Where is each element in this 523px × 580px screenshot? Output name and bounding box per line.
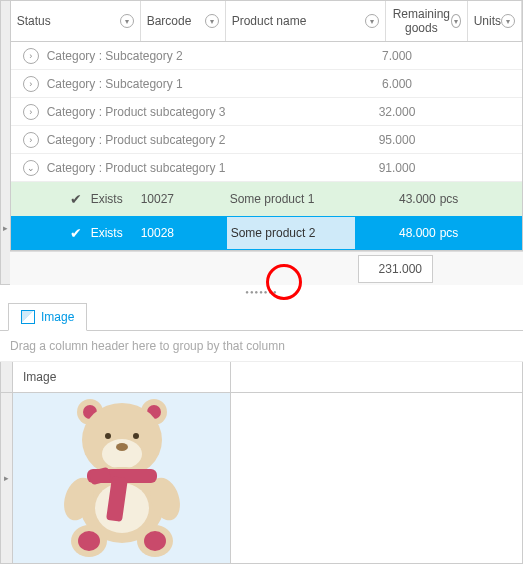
- grand-total: 231.000: [358, 255, 433, 283]
- main-grid: Status▾ Barcode▾ Product name▾ Remaining…: [10, 0, 523, 251]
- group-label: Category : Product subcategory 3: [47, 105, 332, 119]
- chevron-right-icon[interactable]: ›: [23, 132, 39, 148]
- product-image-teddy-bear: [47, 399, 197, 557]
- col-header-units[interactable]: Units▾: [468, 1, 522, 41]
- filter-icon[interactable]: ▾: [501, 14, 515, 28]
- chevron-right-icon[interactable]: ›: [23, 76, 39, 92]
- group-total: 6.000: [332, 77, 462, 91]
- filter-icon[interactable]: ▾: [451, 14, 461, 28]
- cell-status: Exists: [91, 226, 141, 240]
- footer-row: 231.000: [10, 251, 523, 285]
- col-label: Product name: [232, 14, 307, 28]
- col-label: Status: [17, 14, 51, 28]
- row-selector-gutter: ▸: [1, 393, 13, 563]
- image-icon: [21, 310, 35, 324]
- col-header-remaining[interactable]: Remaining goods▾: [386, 1, 468, 41]
- col-header-status[interactable]: Status▾: [11, 1, 141, 41]
- col-label: Barcode: [147, 14, 192, 28]
- group-total: 7.000: [332, 49, 462, 63]
- detail-header-row: Image: [0, 362, 523, 393]
- cell-product-editing[interactable]: Some product 2: [226, 216, 356, 250]
- group-row[interactable]: ›Category : Subcategory 16.000: [11, 70, 522, 98]
- tab-label: Image: [41, 310, 74, 324]
- header-row: Status▾ Barcode▾ Product name▾ Remaining…: [11, 1, 522, 42]
- col-header-image[interactable]: Image: [13, 362, 231, 392]
- col-header-product[interactable]: Product name▾: [226, 1, 386, 41]
- chevron-down-icon[interactable]: ⌄: [23, 160, 39, 176]
- group-row[interactable]: ›Category : Product subcategory 332.000: [11, 98, 522, 126]
- row-selector-gutter: [1, 362, 13, 392]
- col-label: Remaining goods: [392, 7, 451, 35]
- image-cell[interactable]: [13, 393, 231, 563]
- cell-units: pcs: [436, 226, 496, 240]
- group-label: Category : Product subcategory 2: [47, 133, 332, 147]
- cell-barcode: 10028: [141, 226, 226, 240]
- group-label: Category : Subcategory 1: [47, 77, 332, 91]
- row-selector-gutter: ▸: [0, 0, 10, 285]
- group-label: Category : Subcategory 2: [47, 49, 332, 63]
- chevron-right-icon[interactable]: ›: [23, 48, 39, 64]
- table-row-selected[interactable]: ✔ Exists 10028 Some product 2 48.000 pcs: [11, 216, 522, 250]
- group-row[interactable]: ›Category : Subcategory 27.000: [11, 42, 522, 70]
- filter-icon[interactable]: ▾: [120, 14, 134, 28]
- filter-icon[interactable]: ▾: [365, 14, 379, 28]
- cell-remaining: 43.000: [356, 192, 436, 206]
- detail-body: ▸: [0, 393, 523, 564]
- group-label: Category : Product subcategory 1: [47, 161, 332, 175]
- group-total: 91.000: [332, 161, 462, 175]
- checkmark-icon: ✔: [61, 191, 91, 207]
- col-header-barcode[interactable]: Barcode▾: [141, 1, 226, 41]
- group-total: 32.000: [332, 105, 462, 119]
- table-row[interactable]: ✔ Exists 10027 Some product 1 43.000 pcs: [11, 182, 522, 216]
- cell-status: Exists: [91, 192, 141, 206]
- group-panel-hint[interactable]: Drag a column header here to group by th…: [0, 331, 523, 362]
- cell-units: pcs: [436, 192, 496, 206]
- splitter-horizontal[interactable]: ●●●●●●●: [0, 285, 523, 299]
- grip-icon: ●●●●●●●: [245, 289, 277, 295]
- col-label: Units: [474, 14, 501, 28]
- tab-image[interactable]: Image: [8, 303, 87, 331]
- group-row[interactable]: ⌄Category : Product subcategory 191.000: [11, 154, 522, 182]
- cell-remaining: 48.000: [356, 226, 436, 240]
- checkmark-icon: ✔: [61, 225, 91, 241]
- filter-icon[interactable]: ▾: [205, 14, 219, 28]
- detail-tab-bar: Image: [0, 299, 523, 331]
- chevron-right-icon[interactable]: ›: [23, 104, 39, 120]
- group-total: 95.000: [332, 133, 462, 147]
- cell-barcode: 10027: [141, 192, 226, 206]
- cell-product: Some product 1: [226, 192, 356, 206]
- group-row[interactable]: ›Category : Product subcategory 295.000: [11, 126, 522, 154]
